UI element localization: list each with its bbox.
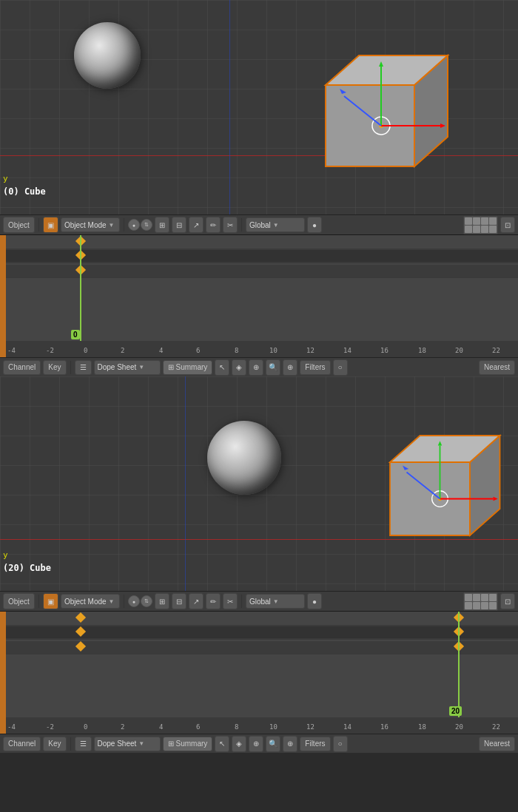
- sphere-object-bot[interactable]: [207, 421, 281, 495]
- display-icons-top: ● ⇅: [128, 219, 152, 231]
- sculpt-icon-bot[interactable]: ✂: [223, 593, 238, 609]
- grid-icon-top[interactable]: ⊟: [172, 217, 186, 233]
- filter-options-icon-top[interactable]: ○: [333, 359, 348, 376]
- display-arrows-bot[interactable]: ⇅: [141, 595, 152, 607]
- ruler-tick-10-top: 16: [380, 347, 388, 354]
- dope-mode-icon-top[interactable]: ☰: [75, 360, 92, 375]
- display-circle-bot[interactable]: ●: [128, 595, 140, 607]
- marker-icon-bot[interactable]: ◈: [232, 736, 246, 752]
- y-axis-line: [229, 0, 230, 214]
- summary-btn-bot[interactable]: ⊞ Summary: [163, 737, 213, 751]
- context-button-top[interactable]: Object: [3, 217, 35, 233]
- paint-icon-bot[interactable]: ✏: [206, 593, 221, 609]
- frame-number-top: 0: [71, 330, 80, 339]
- global-dropdown-bot[interactable]: Global ▼: [246, 594, 305, 609]
- global-dropdown-top[interactable]: Global ▼: [246, 217, 305, 232]
- channel-btn-top[interactable]: Channel: [3, 360, 41, 375]
- object-label-top: (0) Cube: [3, 186, 46, 197]
- filter-circle-top[interactable]: ⊕: [283, 359, 297, 376]
- view-icon-bot[interactable]: ⊞: [155, 593, 169, 609]
- snap-icon-bot[interactable]: ↗: [189, 593, 204, 609]
- ruler-tick-11-bot: 18: [418, 723, 426, 731]
- nearest-btn-bot[interactable]: Nearest: [479, 737, 515, 751]
- dope-sep-bot: [70, 737, 71, 751]
- ruler-tick-4-bot: 4: [159, 723, 163, 731]
- frame-indicator-top: [80, 235, 81, 357]
- frame-number-bot: 20: [449, 706, 462, 716]
- timeline-ruler-bot: -4 -2 0 2 4 6 8 10 12 14 16 18 20 22: [6, 717, 518, 734]
- context-button-bot[interactable]: Object: [3, 593, 35, 609]
- ruler-tick-12-bot: 20: [455, 723, 463, 731]
- ruler-tick-7-bot: 10: [269, 723, 278, 731]
- bottom-dope-sheet: 20 -4 -2 0 2 4 6 8 10 12 14 16 18 20 22: [0, 612, 518, 734]
- ruler-tick-6-bot: 8: [235, 723, 238, 731]
- display-circle-top[interactable]: ●: [128, 219, 140, 231]
- separator-bot: [38, 595, 39, 608]
- render-icon-bot[interactable]: ⊡: [500, 593, 515, 609]
- dope-mode-dropdown-bot[interactable]: Dope Sheet ▼: [94, 737, 161, 751]
- ruler-tick-2-bot: 0: [84, 723, 87, 731]
- ruler-tick-3-bot: 2: [121, 723, 124, 731]
- sphere-object-top[interactable]: [74, 22, 141, 89]
- ruler-tick-11-top: 18: [418, 347, 426, 354]
- dope-mode-icon-bot[interactable]: ☰: [75, 737, 92, 751]
- mode-icon-bot[interactable]: ▣: [43, 593, 58, 609]
- grid-icon-bot[interactable]: ⊟: [172, 593, 186, 609]
- marker-icon-top[interactable]: ◈: [232, 359, 246, 376]
- ruler-tick-7-top: 10: [269, 347, 278, 354]
- key-btn-bot[interactable]: Key: [43, 737, 66, 751]
- cube-object-top[interactable]: [303, 41, 451, 181]
- filters-btn-top[interactable]: Filters: [300, 360, 330, 375]
- mode-icon-top[interactable]: ▣: [43, 217, 58, 233]
- search-icon-bot[interactable]: 🔍: [266, 736, 280, 752]
- channel-btn-bot[interactable]: Channel: [3, 737, 41, 751]
- ruler-tick-3-top: 2: [121, 347, 124, 354]
- separator2: [124, 218, 124, 231]
- nearest-btn-top[interactable]: Nearest: [479, 360, 515, 375]
- display-arrows-top[interactable]: ⇅: [141, 219, 152, 231]
- paint-icon-top[interactable]: ✏: [206, 217, 221, 233]
- ruler-tick-13-top: 22: [492, 347, 500, 354]
- cube-object-bot[interactable]: [370, 421, 503, 550]
- filter-options-icon-bot[interactable]: ○: [333, 736, 348, 752]
- coord-label-top: y: [3, 174, 8, 183]
- filters-btn-bot[interactable]: Filters: [300, 737, 330, 751]
- ruler-tick-1-bot: -2: [46, 723, 54, 731]
- zoom-icon-top[interactable]: ⊕: [249, 359, 263, 376]
- zoom-icon-bot[interactable]: ⊕: [249, 736, 263, 752]
- ruler-tick-5-bot: 6: [196, 723, 200, 731]
- sculpt-icon-top[interactable]: ✂: [223, 217, 238, 233]
- bottom-dope-toolbar: Channel Key ☰ Dope Sheet ▼ ⊞ Summary ↖ ◈…: [0, 734, 518, 753]
- display-icons-bot: ● ⇅: [128, 595, 152, 607]
- render-icon-top[interactable]: ⊡: [500, 217, 515, 233]
- dope-mode-dropdown-top[interactable]: Dope Sheet ▼: [94, 360, 161, 375]
- mode-dropdown-top[interactable]: Object Mode ▼: [61, 217, 120, 232]
- left-orange-strip-top: [0, 235, 6, 357]
- bottom-viewport: y (20) Cube: [0, 376, 518, 591]
- separator: [38, 218, 39, 231]
- grid-squares-top[interactable]: [463, 216, 498, 234]
- cursor-icon-top[interactable]: ↖: [215, 359, 229, 376]
- cursor-icon-bot[interactable]: ↖: [215, 736, 229, 752]
- snap-icon-top[interactable]: ↗: [189, 217, 204, 233]
- mode-dropdown-bot[interactable]: Object Mode ▼: [61, 594, 120, 609]
- magnet-icon-top[interactable]: ●: [307, 217, 322, 233]
- ruler-tick-10-bot: 16: [380, 723, 388, 731]
- key-btn-top[interactable]: Key: [43, 360, 66, 375]
- grid-squares-bot[interactable]: [463, 592, 498, 611]
- filter-circle-bot[interactable]: ⊕: [283, 736, 297, 752]
- summary-btn-top[interactable]: ⊞ Summary: [163, 360, 213, 375]
- search-icon-top[interactable]: 🔍: [266, 359, 280, 376]
- summary-icon-bot: ⊞: [168, 740, 174, 748]
- bottom-main-toolbar: Object ▣ Object Mode ▼ ● ⇅ ⊞ ⊟ ↗ ✏ ✂ Glo…: [0, 591, 518, 612]
- dope-channel-area-bot[interactable]: 20 -4 -2 0 2 4 6 8 10 12 14 16 18 20 22: [6, 612, 518, 734]
- magnet-icon-bot[interactable]: ●: [307, 593, 322, 609]
- dope-channel-area-top[interactable]: 0 -4 -2 0 2 4 6 8 10 12 14 16 18 20 22: [6, 235, 518, 357]
- separator3: [241, 218, 242, 231]
- separator2-bot: [124, 595, 124, 608]
- timeline-ruler-top: -4 -2 0 2 4 6 8 10 12 14 16 18 20 22: [6, 341, 518, 357]
- ruler-tick-6-top: 8: [235, 347, 238, 354]
- object-label-bot: (20) Cube: [3, 563, 51, 573]
- view-icon-top[interactable]: ⊞: [155, 217, 169, 233]
- ruler-tick-8-bot: 12: [306, 723, 314, 731]
